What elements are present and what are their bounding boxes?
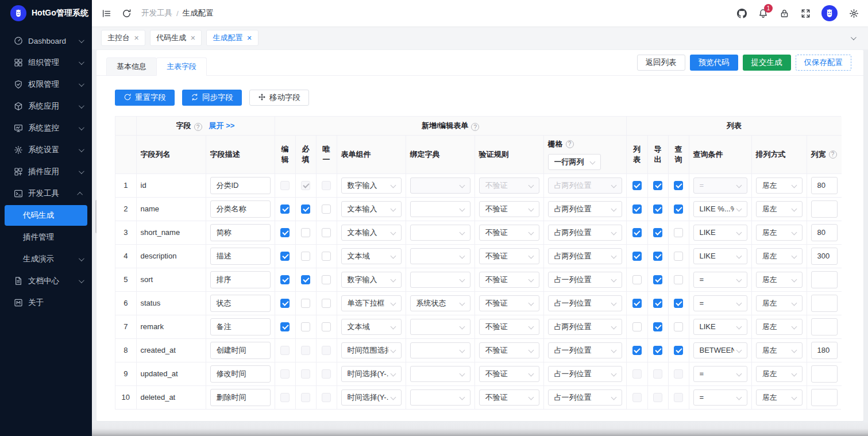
export-checkbox[interactable] (653, 322, 662, 331)
field-desc-input[interactable] (210, 224, 271, 241)
dict-select[interactable] (410, 225, 470, 241)
required-checkbox[interactable] (301, 322, 310, 331)
align-select[interactable]: 居左 (756, 272, 803, 288)
fullscreen-icon[interactable] (800, 8, 811, 18)
column-width-input[interactable] (811, 271, 838, 288)
query-checkbox[interactable] (674, 228, 683, 237)
form-component-select[interactable]: 时间选择(Y-... (341, 366, 402, 382)
sidebar-item-org[interactable]: 组织管理 (0, 52, 92, 74)
align-select[interactable]: 居左 (756, 319, 803, 335)
dict-select[interactable] (410, 366, 470, 382)
unique-checkbox[interactable] (322, 228, 331, 237)
validation-select[interactable]: 不验证 (479, 389, 539, 406)
field-desc-input[interactable] (210, 318, 271, 335)
dict-select[interactable] (410, 201, 470, 217)
refresh-page-icon[interactable] (121, 8, 132, 18)
dict-select[interactable] (410, 342, 470, 358)
sidebar-item-sysmonitor[interactable]: 系统监控 (0, 117, 92, 139)
form-component-select[interactable]: 单选下拉框 (341, 295, 402, 311)
export-checkbox[interactable] (653, 205, 662, 214)
sidebar-item-pluginmgr[interactable]: 插件管理 (0, 226, 92, 248)
required-checkbox[interactable] (301, 205, 310, 214)
grid-select[interactable]: 占两列位置 (548, 319, 622, 335)
align-select[interactable]: 居左 (756, 366, 803, 382)
sidebar-item-about[interactable]: 关于 (0, 292, 92, 314)
column-width-input[interactable] (811, 177, 838, 194)
grid-select[interactable]: 占两列位置 (548, 225, 622, 241)
query-condition-select[interactable]: BETWEEN (693, 342, 747, 358)
avatar[interactable] (821, 5, 838, 21)
reset-fields-button[interactable]: 重置字段 (115, 90, 175, 106)
query-checkbox[interactable] (674, 252, 683, 261)
sidebar-item-pluginapp[interactable]: 插件应用 (0, 161, 92, 183)
tab-main-fields[interactable]: 主表字段 (156, 57, 207, 76)
validation-select[interactable]: 不验证 (479, 319, 539, 335)
align-select[interactable]: 居左 (756, 178, 803, 194)
unique-checkbox[interactable] (322, 275, 331, 284)
grid-select[interactable]: 占一列位置 (548, 389, 622, 406)
export-checkbox[interactable] (653, 346, 662, 355)
export-checkbox[interactable] (653, 299, 662, 308)
close-tab-icon[interactable]: ✕ (246, 34, 252, 42)
preview-code-button[interactable]: 预览代码 (690, 55, 738, 71)
dict-select[interactable] (410, 319, 470, 335)
grid-select[interactable]: 占一列位置 (548, 295, 622, 311)
column-width-input[interactable] (811, 224, 838, 241)
dict-select[interactable] (410, 248, 470, 264)
export-checkbox[interactable] (653, 275, 662, 284)
edit-checkbox[interactable] (280, 299, 290, 308)
query-checkbox[interactable] (674, 322, 683, 331)
sidebar-item-codegen[interactable]: 代码生成 (5, 205, 87, 226)
form-component-select[interactable]: 数字输入 (341, 272, 402, 288)
query-checkbox[interactable] (674, 299, 683, 308)
required-checkbox[interactable] (301, 228, 310, 237)
save-config-button[interactable]: 仅保存配置 (796, 55, 852, 71)
list-checkbox[interactable] (632, 275, 642, 284)
column-width-input[interactable] (811, 389, 838, 406)
dict-select[interactable]: 系统状态 (410, 295, 470, 311)
expand-link[interactable]: 展开 >> (209, 121, 235, 130)
grid-select[interactable]: 占一列位置 (548, 342, 622, 358)
breadcrumb-current[interactable]: 生成配置 (183, 8, 214, 18)
required-checkbox[interactable] (301, 299, 310, 308)
query-condition-select[interactable]: LIKE (693, 248, 747, 264)
query-condition-select[interactable]: LIKE %...% (693, 201, 747, 217)
query-checkbox[interactable] (674, 346, 683, 355)
column-width-input[interactable] (811, 200, 838, 218)
edit-checkbox[interactable] (280, 205, 290, 214)
close-tab-icon[interactable]: ✕ (134, 34, 139, 42)
validation-select[interactable]: 不验证 (479, 225, 539, 241)
validation-select[interactable]: 不验证 (479, 295, 539, 311)
list-checkbox[interactable] (632, 205, 642, 214)
back-list-button[interactable]: 返回列表 (637, 55, 685, 71)
close-tab-icon[interactable]: ✕ (190, 34, 195, 42)
tabstrip-dropdown-icon[interactable] (846, 36, 859, 40)
tab-console[interactable]: 主控台✕ (101, 30, 145, 46)
sidebar-item-auth[interactable]: 权限管理 (0, 74, 92, 95)
list-checkbox[interactable] (632, 228, 642, 237)
grid-select[interactable]: 占两列位置 (548, 248, 622, 264)
grid-select[interactable]: 占一列位置 (548, 272, 622, 288)
list-checkbox[interactable] (632, 252, 642, 261)
column-width-input[interactable] (811, 365, 838, 383)
sidebar-item-syssetting[interactable]: 系统设置 (0, 139, 92, 161)
dict-select[interactable] (410, 272, 470, 288)
edit-checkbox[interactable] (280, 228, 290, 237)
dict-select[interactable] (410, 389, 470, 406)
collapse-menu-icon[interactable] (101, 8, 111, 18)
field-desc-input[interactable] (210, 342, 271, 359)
export-checkbox[interactable] (653, 252, 662, 261)
move-fields-button[interactable]: 移动字段 (249, 90, 309, 106)
breadcrumb-parent[interactable]: 开发工具 (141, 8, 172, 18)
export-checkbox[interactable] (653, 181, 662, 190)
tab-basic-info[interactable]: 基本信息 (106, 57, 157, 76)
align-select[interactable]: 居左 (756, 201, 803, 217)
grid-select[interactable]: 占两列位置 (548, 201, 622, 217)
settings-gear-icon[interactable] (848, 8, 859, 18)
edit-checkbox[interactable] (280, 322, 290, 331)
query-condition-select[interactable]: = (693, 366, 747, 382)
lock-icon[interactable] (779, 8, 789, 18)
field-desc-input[interactable] (210, 200, 271, 218)
sidebar-item-docs[interactable]: 文档中心 (0, 270, 92, 292)
form-component-select[interactable]: 时间选择(Y-... (341, 389, 402, 406)
